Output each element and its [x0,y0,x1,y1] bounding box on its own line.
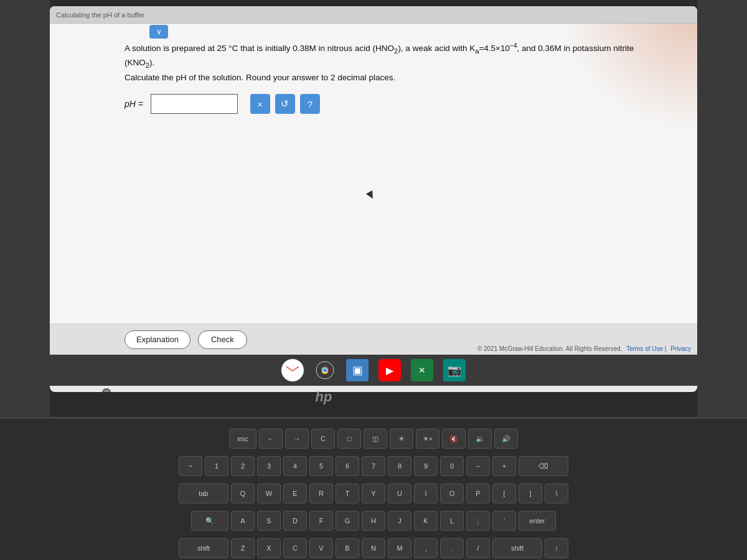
svg-point-3 [323,368,327,372]
taskbar-sheets-icon[interactable]: ✕ [411,359,433,381]
key-rbracket[interactable]: ] [519,483,542,503]
key-tilde[interactable]: ~ [179,456,202,476]
key-c[interactable]: C [283,538,307,558]
check-button[interactable]: Check [198,330,247,349]
copyright: © 2021 McGraw-Hill Education. All Rights… [477,345,691,352]
key-6[interactable]: 6 [336,456,359,476]
key-window[interactable]: ◫ [364,429,387,449]
key-h[interactable]: H [362,511,385,531]
key-shift-l[interactable]: shift [179,538,228,558]
key-period[interactable]: . [440,538,464,558]
ph-label: pH = [125,99,143,109]
key-2[interactable]: 2 [231,456,255,476]
key-y[interactable]: Y [362,483,385,503]
key-quote[interactable]: ' [492,511,516,531]
key-v[interactable]: V [309,538,333,558]
question-area: A solution is prepared at 25 °C that is … [125,40,660,114]
page-area: Calculating the pH of a buffer A solutio… [50,6,697,355]
action-buttons: × ↺ ? [250,94,320,114]
key-vol-up[interactable]: 🔊 [494,429,518,449]
taskbar: ▣ ▶ ✕ 📷 [50,355,697,386]
taskbar-gmail-icon[interactable] [281,359,304,381]
key-mute[interactable]: 🔇 [442,429,466,449]
key-d[interactable]: D [283,511,307,531]
key-0[interactable]: 0 [440,456,464,476]
keyboard-row-3: tab Q W E R T Y U I O P [ ] \ [0,480,747,507]
key-slash[interactable]: / [466,538,490,558]
key-backslash[interactable]: \ [545,483,568,503]
key-t[interactable]: T [336,483,359,503]
laptop-outer: Calculating the pH of a buffer A solutio… [0,0,747,560]
key-fwd[interactable]: → [285,429,309,449]
key-x[interactable]: X [257,538,281,558]
key-backspace[interactable]: ⌫ [519,456,568,476]
key-search[interactable]: 🔍 [191,511,228,531]
key-z[interactable]: Z [231,538,255,558]
key-u[interactable]: U [388,483,411,503]
key-lbracket[interactable]: [ [492,483,516,503]
key-r[interactable]: R [309,483,333,503]
ph-input[interactable] [151,94,238,114]
terms-link[interactable]: Terms of Use [626,345,663,352]
clear-button[interactable]: × [250,94,270,114]
key-vol-down[interactable]: 🔉 [468,429,492,449]
key-back[interactable]: ← [259,429,283,449]
key-k[interactable]: K [414,511,438,531]
key-fullscreen[interactable]: □ [337,429,361,449]
explanation-button[interactable]: Explanation [125,330,190,349]
key-refresh[interactable]: C [311,429,335,449]
key-e[interactable]: E [283,483,307,503]
key-8[interactable]: 8 [388,456,411,476]
question-line1: A solution is prepared at 25 °C that is … [125,44,634,68]
key-1[interactable]: 1 [205,456,228,476]
key-9[interactable]: 9 [414,456,438,476]
key-j[interactable]: J [388,511,411,531]
key-q[interactable]: Q [231,483,255,503]
key-esc[interactable]: esc [229,429,256,449]
collapse-button[interactable] [149,25,168,39]
key-shift-r[interactable]: shift [492,538,542,558]
help-button[interactable]: ? [300,94,320,114]
key-enter[interactable]: enter [519,511,556,531]
undo-button[interactable]: ↺ [275,94,295,114]
top-bar: Calculating the pH of a buffer [50,6,697,24]
key-w[interactable]: W [257,483,281,503]
cursor [366,190,376,200]
question-text: A solution is prepared at 25 °C that is … [125,40,660,84]
keyboard-row-2: ~ 1 2 3 4 5 6 7 8 9 0 − + ⌫ [0,452,747,480]
key-7[interactable]: 7 [362,456,385,476]
key-semicolon[interactable]: ; [466,511,490,531]
taskbar-meet-icon[interactable]: 📷 [443,359,466,381]
key-tab[interactable]: tab [179,483,228,503]
key-minus[interactable]: − [466,456,490,476]
key-comma[interactable]: , [414,538,438,558]
taskbar-chrome-icon[interactable] [314,359,336,381]
key-f[interactable]: F [309,511,333,531]
taskbar-youtube-icon[interactable]: ▶ [378,359,401,381]
key-plus[interactable]: + [492,456,516,476]
taskbar-files-icon[interactable]: ▣ [346,359,369,381]
key-3[interactable]: 3 [257,456,281,476]
keyboard-row-5: shift Z X C V B N M , . / shift ↑ [0,534,747,560]
keyboard-area: esc ← → C □ ◫ ☀ ☀+ 🔇 🔉 🔊 ~ 1 2 3 4 5 6 7… [0,417,747,560]
bottom-area: Explanation Check © 2021 McGraw-Hill Edu… [50,324,697,355]
key-n[interactable]: N [362,538,385,558]
question-line2: Calculate the pH of the solution. Round … [125,73,395,82]
key-bright-down[interactable]: ☀ [390,429,413,449]
key-5[interactable]: 5 [309,456,333,476]
privacy-link[interactable]: Privacy [670,345,691,352]
key-a[interactable]: A [231,511,255,531]
key-g[interactable]: G [336,511,359,531]
key-arrow-up[interactable]: ↑ [545,538,568,558]
key-4[interactable]: 4 [283,456,307,476]
key-bright-up[interactable]: ☀+ [416,429,439,449]
key-p[interactable]: P [466,483,490,503]
key-i[interactable]: I [414,483,438,503]
key-l[interactable]: L [440,511,464,531]
key-m[interactable]: M [388,538,411,558]
key-s[interactable]: S [257,511,281,531]
key-o[interactable]: O [440,483,464,503]
copyright-text: © 2021 McGraw-Hill Education. All Rights… [477,345,622,352]
key-b[interactable]: B [336,538,359,558]
ph-row: pH = × ↺ ? [125,94,660,114]
